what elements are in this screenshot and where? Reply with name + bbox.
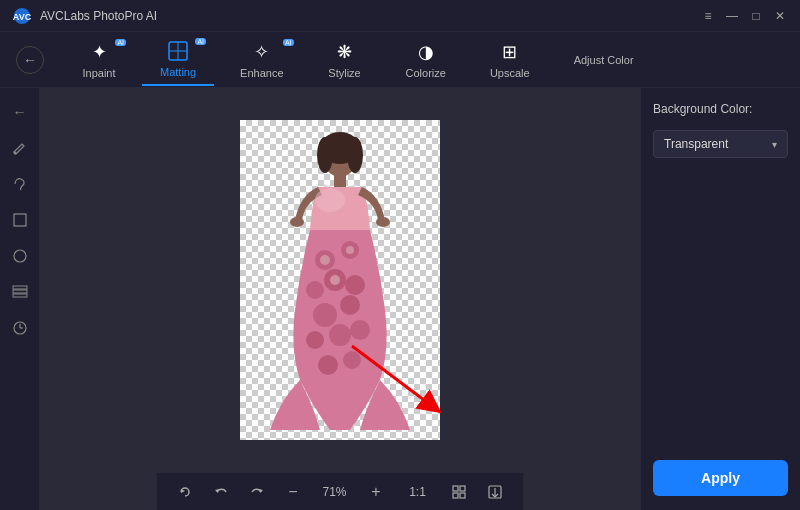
redo-icon [249, 484, 265, 500]
svg-rect-44 [460, 493, 465, 498]
minimize-icon[interactable]: — [724, 9, 740, 23]
maximize-icon[interactable]: □ [748, 9, 764, 23]
apply-label: Apply [701, 470, 740, 486]
tab-stylize[interactable]: ❋ Stylize [310, 35, 380, 85]
tool-rectangle[interactable] [6, 206, 34, 234]
brush-icon [12, 140, 28, 156]
svg-point-16 [317, 137, 333, 173]
svg-point-5 [13, 152, 16, 155]
tool-back-icon: ← [13, 104, 27, 120]
svg-rect-43 [453, 493, 458, 498]
figure-svg [240, 120, 440, 440]
tool-select[interactable] [6, 170, 34, 198]
tool-history[interactable] [6, 314, 34, 342]
upscale-icon: ⊞ [502, 41, 517, 63]
svg-point-29 [306, 331, 324, 349]
svg-point-24 [306, 281, 324, 299]
chevron-down-icon: ▾ [772, 139, 777, 150]
enhance-icon: ✧ [254, 41, 269, 63]
tab-inpaint-label: Inpaint [82, 67, 115, 79]
svg-rect-18 [334, 175, 346, 187]
inpaint-badge: AI [115, 39, 126, 46]
rectangle-icon [13, 213, 27, 227]
canvas-container [40, 88, 640, 472]
app-logo: AVC [12, 6, 32, 26]
zoom-out-icon: − [288, 483, 297, 501]
svg-text:AVC: AVC [13, 12, 32, 22]
tab-enhance[interactable]: ✧ Enhance AI [222, 35, 301, 85]
left-sidebar: ← [0, 88, 40, 510]
svg-point-36 [315, 188, 345, 212]
svg-point-31 [318, 355, 338, 375]
svg-rect-9 [13, 294, 27, 297]
svg-point-20 [376, 217, 390, 227]
menu-icon[interactable]: ≡ [700, 9, 716, 23]
bottom-bar: − 71% + 1:1 [157, 472, 523, 510]
main-layout: ← [0, 88, 800, 510]
svg-point-25 [345, 275, 365, 295]
tool-brush[interactable] [6, 134, 34, 162]
svg-rect-42 [460, 486, 465, 491]
svg-rect-41 [453, 486, 458, 491]
tool-back[interactable]: ← [6, 98, 34, 126]
layers-icon [12, 285, 28, 299]
right-panel: Background Color: Transparent ▾ Apply [640, 88, 800, 510]
bg-color-dropdown[interactable]: Transparent ▾ [653, 130, 788, 158]
svg-marker-40 [259, 489, 263, 493]
svg-marker-38 [181, 489, 185, 493]
tab-upscale-label: Upscale [490, 67, 530, 79]
reset-button[interactable] [173, 480, 197, 504]
back-icon: ← [23, 52, 37, 68]
enhance-badge: AI [283, 39, 294, 46]
tab-upscale[interactable]: ⊞ Upscale [472, 35, 548, 85]
history-icon [12, 320, 28, 336]
tool-layers[interactable] [6, 278, 34, 306]
tab-stylize-label: Stylize [328, 67, 360, 79]
svg-point-27 [340, 295, 360, 315]
apply-button[interactable]: Apply [653, 460, 788, 496]
svg-point-19 [290, 217, 304, 227]
tab-matting-label: Matting [160, 66, 196, 78]
tab-colorize[interactable]: ◑ Colorize [388, 35, 464, 85]
tab-adjust-color-label: Adjust Color [574, 54, 634, 66]
image-canvas [240, 120, 440, 440]
titlebar-controls: ≡ — □ ✕ [700, 9, 788, 23]
zoom-in-icon: + [371, 483, 380, 501]
tool-ellipse[interactable] [6, 242, 34, 270]
ellipse-icon [13, 249, 27, 263]
tab-matting[interactable]: Matting AI [142, 34, 214, 86]
zoom-in-button[interactable]: + [364, 480, 388, 504]
svg-point-30 [350, 320, 370, 340]
titlebar: AVC AVCLabs PhotoPro AI ≡ — □ ✕ [0, 0, 800, 32]
app-title: AVCLabs PhotoPro AI [40, 9, 157, 23]
redo-button[interactable] [245, 480, 269, 504]
bg-color-value: Transparent [664, 137, 728, 151]
zoom-level: 71% [317, 485, 352, 499]
svg-point-34 [346, 246, 354, 254]
zoom-fit-label: 1:1 [400, 485, 435, 499]
svg-point-35 [330, 275, 340, 285]
svg-rect-8 [13, 290, 27, 293]
svg-point-26 [313, 303, 337, 327]
expand-button[interactable] [447, 480, 471, 504]
close-icon[interactable]: ✕ [772, 9, 788, 23]
tab-inpaint[interactable]: ✦ Inpaint AI [64, 35, 134, 85]
back-button[interactable]: ← [16, 46, 44, 74]
svg-rect-10 [13, 286, 27, 289]
svg-point-17 [347, 137, 363, 173]
save-button[interactable] [483, 480, 507, 504]
inpaint-icon: ✦ [92, 41, 107, 63]
tab-enhance-label: Enhance [240, 67, 283, 79]
svg-point-33 [320, 255, 330, 265]
canvas-area: − 71% + 1:1 [40, 88, 640, 510]
tab-colorize-label: Colorize [406, 67, 446, 79]
matting-icon [167, 40, 189, 62]
reset-icon [177, 484, 193, 500]
zoom-out-button[interactable]: − [281, 480, 305, 504]
svg-point-28 [329, 324, 351, 346]
tab-adjust-color[interactable]: Adjust Color [556, 48, 652, 72]
titlebar-left: AVC AVCLabs PhotoPro AI [12, 6, 157, 26]
toolbar: ← ✦ Inpaint AI Matting AI ✧ Enhance AI ❋… [0, 32, 800, 88]
undo-icon [213, 484, 229, 500]
undo-button[interactable] [209, 480, 233, 504]
